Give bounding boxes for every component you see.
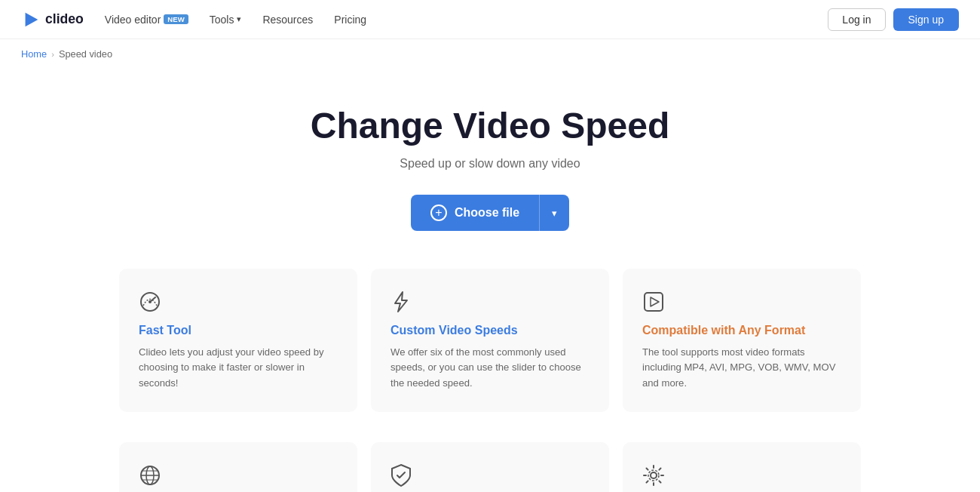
feature-title-custom-speeds: Custom Video Speeds bbox=[390, 324, 590, 337]
logo-icon bbox=[21, 10, 41, 29]
breadcrumb-current: Speed video bbox=[59, 48, 112, 60]
gear-icon bbox=[642, 463, 841, 487]
breadcrumb-home[interactable]: Home bbox=[21, 48, 47, 60]
svg-point-2 bbox=[149, 300, 152, 303]
breadcrumb: Home › Speed video bbox=[0, 39, 980, 69]
breadcrumb-separator: › bbox=[51, 50, 54, 59]
svg-marker-0 bbox=[26, 12, 38, 26]
chevron-down-icon: ▾ bbox=[552, 208, 557, 219]
nav-pricing[interactable]: Pricing bbox=[334, 14, 366, 26]
lightning-icon bbox=[390, 290, 590, 313]
signup-button[interactable]: Sign up bbox=[893, 8, 959, 31]
feature-desc-fast-tool: Clideo lets you adjust your video speed … bbox=[139, 345, 338, 391]
choose-file-main: + Choose file bbox=[411, 195, 540, 231]
new-badge: NEW bbox=[164, 14, 188, 24]
login-button[interactable]: Log in bbox=[828, 8, 885, 31]
page-title: Change Video Speed bbox=[15, 105, 965, 146]
choose-file-button[interactable]: + Choose file ▾ bbox=[411, 195, 569, 231]
nav-video-editor[interactable]: Video editor NEW bbox=[105, 14, 188, 26]
feature-desc-custom-speeds: We offer six of the most commonly used s… bbox=[390, 345, 590, 391]
feature-desc-compatible: The tool supports most video formats inc… bbox=[642, 345, 841, 391]
hero-subtitle: Speed up or slow down any video bbox=[15, 157, 965, 171]
svg-marker-4 bbox=[651, 297, 659, 306]
nav-right: Log in Sign up bbox=[828, 8, 959, 31]
globe-icon bbox=[139, 463, 338, 487]
feature-card-custom-speeds: Custom Video Speeds We offer six of the … bbox=[371, 269, 609, 412]
bottom-features-grid: Fully Online Security Encryption Additio… bbox=[98, 442, 882, 492]
feature-card-fully-online: Fully Online bbox=[119, 442, 357, 492]
plus-icon: + bbox=[430, 204, 447, 221]
feature-card-fast-tool: Fast Tool Clideo lets you adjust your vi… bbox=[119, 269, 357, 412]
choose-file-dropdown-arrow[interactable]: ▾ bbox=[540, 195, 569, 231]
navbar: clideo Video editor NEW Tools ▾ Resource… bbox=[0, 0, 980, 39]
svg-rect-3 bbox=[645, 293, 663, 311]
features-grid: Fast Tool Clideo lets you adjust your vi… bbox=[98, 261, 882, 442]
feature-card-security: Security Encryption bbox=[371, 442, 609, 492]
feature-card-compatible: Compatible with Any Format The tool supp… bbox=[623, 269, 861, 412]
svg-point-10 bbox=[651, 472, 657, 478]
play-square-icon bbox=[642, 290, 841, 313]
hero-section: Change Video Speed Speed up or slow down… bbox=[0, 69, 980, 261]
feature-card-additional-editing: Additional Editing Options bbox=[623, 442, 861, 492]
chevron-down-icon: ▾ bbox=[237, 14, 241, 24]
nav-left: clideo Video editor NEW Tools ▾ Resource… bbox=[21, 10, 366, 29]
nav-tools[interactable]: Tools ▾ bbox=[210, 14, 242, 26]
feature-title-compatible: Compatible with Any Format bbox=[642, 324, 841, 337]
logo-text: clideo bbox=[45, 11, 84, 27]
logo[interactable]: clideo bbox=[21, 10, 84, 29]
nav-resources[interactable]: Resources bbox=[262, 14, 313, 26]
feature-title-fast-tool: Fast Tool bbox=[139, 324, 338, 337]
shield-icon bbox=[390, 463, 590, 487]
speedometer-icon bbox=[139, 290, 338, 313]
